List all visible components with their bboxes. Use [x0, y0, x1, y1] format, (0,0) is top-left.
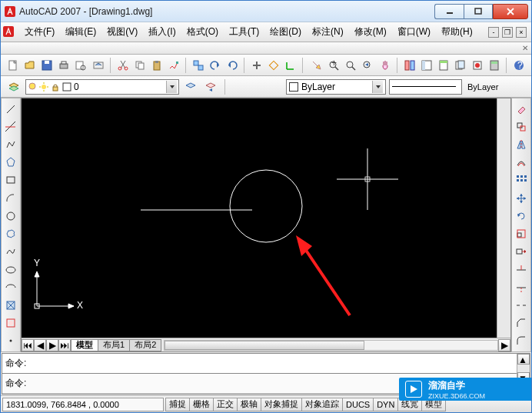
osnap-icon[interactable]: [266, 57, 281, 74]
break-icon[interactable]: [514, 298, 529, 312]
menu-draw[interactable]: 绘图(D): [265, 24, 306, 40]
doc-close-button[interactable]: ×: [516, 27, 527, 38]
tab-first-icon[interactable]: ⏮: [22, 339, 34, 351]
preview-icon[interactable]: [73, 57, 88, 74]
fillet-icon[interactable]: [514, 334, 529, 348]
redo-icon[interactable]: [224, 57, 240, 74]
toolbar-close-icon[interactable]: ✕: [522, 44, 528, 52]
tab-next-icon[interactable]: ▶: [46, 339, 58, 351]
tab-layout1[interactable]: 布局1: [98, 339, 130, 351]
scale-icon[interactable]: [514, 227, 529, 241]
drawing-canvas[interactable]: Y X: [22, 98, 497, 338]
rotate-icon[interactable]: [514, 208, 529, 223]
zoom-realtime-icon[interactable]: +: [326, 57, 341, 74]
publish-icon[interactable]: [90, 57, 105, 74]
revision-cloud-icon[interactable]: [3, 227, 18, 241]
lineweight-dropdown[interactable]: ByLayer: [465, 79, 527, 95]
ucs-icon[interactable]: [283, 57, 298, 74]
arc-icon[interactable]: [3, 191, 18, 205]
polygon-icon[interactable]: [3, 155, 18, 170]
insert-block-icon[interactable]: [3, 298, 18, 312]
mirror-icon[interactable]: [514, 137, 529, 152]
tab-prev-icon[interactable]: ◀: [34, 339, 46, 351]
doc-minimize-button[interactable]: -: [488, 27, 499, 38]
horizontal-scrollbar[interactable]: [164, 340, 498, 351]
markup-icon[interactable]: [470, 57, 485, 74]
line-icon[interactable]: [3, 102, 18, 116]
trim-icon[interactable]: [514, 262, 529, 277]
close-button[interactable]: [493, 4, 528, 19]
point-icon[interactable]: [3, 334, 18, 348]
grid-toggle[interactable]: 栅格: [189, 398, 214, 411]
tab-model[interactable]: 模型: [71, 339, 98, 351]
new-icon[interactable]: [5, 57, 21, 74]
paste-icon[interactable]: [149, 57, 165, 74]
pan-icon[interactable]: [377, 57, 393, 74]
match-properties-icon[interactable]: [166, 57, 181, 74]
stretch-icon[interactable]: [514, 245, 529, 259]
calculator-icon[interactable]: [487, 57, 502, 74]
osnap-toggle[interactable]: 对象捕捉: [261, 398, 302, 411]
construction-line-icon[interactable]: [3, 119, 18, 134]
layer-previous-icon[interactable]: [202, 78, 219, 95]
polar-toggle[interactable]: 极轴: [237, 398, 261, 411]
block-editor-icon[interactable]: [191, 57, 206, 74]
help-icon[interactable]: ?: [511, 57, 527, 74]
circle-icon[interactable]: [3, 208, 18, 223]
properties-icon[interactable]: [402, 57, 417, 74]
scroll-right-icon[interactable]: ▶: [498, 339, 510, 351]
menu-modify[interactable]: 修改(M): [350, 24, 391, 40]
maximize-button[interactable]: [464, 4, 493, 19]
menu-dim[interactable]: 标注(N): [308, 24, 348, 40]
cut-icon[interactable]: [115, 57, 130, 74]
color-dropdown[interactable]: ByLayer: [286, 79, 386, 95]
undo-icon[interactable]: [208, 57, 223, 74]
sheetset-icon[interactable]: [453, 57, 468, 74]
zoom-previous-icon[interactable]: [360, 57, 375, 74]
copy-icon[interactable]: [132, 57, 148, 74]
rectangle-icon[interactable]: [3, 173, 18, 188]
snap-toggle[interactable]: 捕捉: [165, 398, 190, 411]
print-icon[interactable]: [56, 57, 71, 74]
menu-edit[interactable]: 编辑(E): [61, 24, 101, 40]
menu-window[interactable]: 窗口(W): [393, 24, 435, 40]
extend-icon[interactable]: [514, 280, 529, 295]
designcenter-icon[interactable]: [419, 57, 434, 74]
layer-manager-icon[interactable]: [5, 78, 22, 95]
pan-realtime-icon[interactable]: [249, 57, 264, 74]
polyline-icon[interactable]: [3, 137, 18, 152]
ellipse-icon[interactable]: [3, 262, 18, 277]
menu-file[interactable]: 文件(F): [20, 24, 59, 40]
open-icon[interactable]: [22, 57, 38, 74]
spline-icon[interactable]: [3, 245, 18, 259]
menu-format[interactable]: 格式(O): [182, 24, 223, 40]
doc-restore-button[interactable]: ❐: [502, 27, 513, 38]
layer-dropdown[interactable]: 0: [25, 79, 179, 95]
qselect-icon[interactable]: [309, 57, 324, 74]
ducs-toggle[interactable]: DUCS: [342, 398, 374, 411]
tab-last-icon[interactable]: ⏭: [58, 339, 71, 351]
menu-tools[interactable]: 工具(T): [224, 24, 264, 40]
erase-icon[interactable]: [514, 102, 529, 116]
linetype-dropdown[interactable]: [389, 79, 462, 95]
dyn-toggle[interactable]: DYN: [373, 398, 398, 411]
move-icon[interactable]: [514, 191, 529, 205]
offset-icon[interactable]: [514, 155, 529, 170]
menu-view[interactable]: 视图(V): [102, 24, 142, 40]
vertical-scrollbar[interactable]: [497, 98, 510, 338]
minimize-button[interactable]: [434, 4, 464, 19]
ellipse-arc-icon[interactable]: [3, 280, 18, 295]
copy-obj-icon[interactable]: [514, 119, 529, 134]
layer-states-icon[interactable]: [182, 78, 199, 95]
menu-insert[interactable]: 插入(I): [144, 24, 180, 40]
tool-palettes-icon[interactable]: [436, 57, 451, 74]
make-block-icon[interactable]: [3, 316, 18, 331]
ortho-toggle[interactable]: 正交: [213, 398, 238, 411]
array-icon[interactable]: [514, 173, 529, 188]
chamfer-icon[interactable]: [514, 316, 529, 331]
save-icon[interactable]: [39, 57, 55, 74]
zoom-window-icon[interactable]: [343, 57, 358, 74]
tab-layout2[interactable]: 布局2: [129, 339, 161, 351]
menu-help[interactable]: 帮助(H): [437, 24, 477, 40]
otrack-toggle[interactable]: 对象追踪: [301, 398, 343, 411]
